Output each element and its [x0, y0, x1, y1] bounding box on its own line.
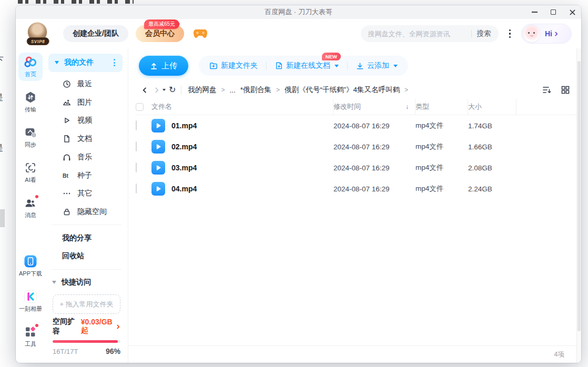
- vip-center-button[interactable]: 会员中心 最高减65元: [136, 25, 184, 42]
- file-name[interactable]: 01.mp4: [171, 121, 197, 130]
- rail-item-transfer[interactable]: 传输: [18, 88, 43, 116]
- my-files-more-icon[interactable]: [111, 57, 117, 68]
- column-header-type[interactable]: 类型: [415, 99, 468, 115]
- sidebar-item-my-shares[interactable]: 我的分享: [45, 229, 128, 247]
- table-row[interactable]: 02.mp4 2024-08-07 16:29 mp4文件 1.66GB: [136, 136, 578, 157]
- sidebar-item-torrents[interactable]: Bt 种子: [45, 166, 128, 185]
- drag-folder-dropzone[interactable]: + 拖入常用文件夹: [53, 294, 120, 314]
- my-files-label: 我的文件: [64, 58, 111, 67]
- cloud-add-button[interactable]: 云添加: [356, 61, 398, 70]
- row-checkbox[interactable]: [136, 183, 137, 193]
- cloud-add-label: 云添加: [367, 61, 389, 70]
- rail-item-ai-view[interactable]: AI看: [18, 158, 43, 187]
- new-online-doc-button[interactable]: 新建在线文档 NEW: [275, 61, 339, 70]
- new-badge: NEW: [322, 53, 341, 60]
- breadcrumb: 我的网盘 > ... *俄剧合集 > 俄剧《代号“千纸鹤”》4集又名呼叫鹤 >: [188, 85, 542, 95]
- file-name[interactable]: 04.mp4: [171, 185, 197, 193]
- rail-item-home[interactable]: 首页: [18, 53, 43, 81]
- minimize-button[interactable]: [531, 8, 538, 16]
- video-file-icon: [151, 161, 165, 175]
- file-name[interactable]: 03.mp4: [171, 164, 197, 172]
- collapse-triangle-icon[interactable]: [55, 61, 59, 64]
- assistant-greeting: Hi: [545, 29, 552, 38]
- table-row[interactable]: 01.mp4 2024-08-07 16:29 mp4文件 1.74GB: [136, 115, 578, 136]
- sidebar-item-recycle-bin[interactable]: 回收站: [45, 247, 128, 266]
- rail-item-sync[interactable]: 同步: [18, 123, 43, 151]
- breadcrumb-item-collection[interactable]: *俄剧合集: [240, 85, 271, 95]
- column-header-name[interactable]: 文件名: [151, 99, 333, 115]
- sidebar-label: 图片: [77, 98, 92, 107]
- breadcrumb-item-root[interactable]: 我的网盘: [188, 85, 216, 95]
- rail-label: AI看: [25, 176, 36, 184]
- file-modified-time: 2024-08-07 16:29: [333, 143, 415, 151]
- search-button[interactable]: 搜索: [477, 29, 491, 38]
- storage-expand-link[interactable]: 空间扩容 ¥0.03/GB起: [53, 317, 120, 336]
- history-dropdown-icon[interactable]: [163, 89, 166, 91]
- search-bar[interactable]: 搜索: [361, 25, 499, 42]
- maximize-button[interactable]: [550, 8, 557, 16]
- toolbar: 上传 新建文件夹: [128, 48, 581, 81]
- new-online-doc-label: 新建在线文档: [286, 61, 330, 70]
- sidebar-item-music[interactable]: 音乐: [45, 148, 128, 167]
- breadcrumb-item-ellipsis[interactable]: ...: [229, 86, 235, 94]
- scrollbar-thumb[interactable]: [577, 61, 581, 331]
- rail-item-tools[interactable]: 工具: [18, 322, 43, 351]
- video-file-icon: [151, 140, 165, 154]
- search-input[interactable]: [368, 30, 466, 38]
- sort-desc-icon[interactable]: ↓: [405, 103, 409, 110]
- sidebar-item-pictures[interactable]: 图片: [45, 93, 128, 111]
- file-size: 2.08GB: [468, 164, 516, 172]
- breadcrumb-item-current[interactable]: 俄剧《代号“千纸鹤”》4集又名呼叫鹤: [285, 85, 400, 95]
- sort-list-icon[interactable]: [542, 86, 552, 94]
- column-header-size[interactable]: 大小: [468, 99, 516, 115]
- sidebar: 我的文件 最近 图片 视频: [45, 48, 128, 363]
- row-checkbox[interactable]: [136, 162, 137, 172]
- rail-label: APP下载: [19, 270, 42, 278]
- sidebar-item-hidden-space[interactable]: 隐藏空间: [45, 203, 128, 221]
- sidebar-item-videos[interactable]: 视频: [45, 111, 128, 130]
- grid-view-icon[interactable]: [561, 86, 570, 94]
- breadcrumb-separator: >: [276, 86, 280, 94]
- rail-label: 一刻相册: [19, 305, 42, 313]
- scrollbar-track[interactable]: [576, 48, 581, 363]
- rail-item-photos[interactable]: 一刻相册: [18, 287, 43, 315]
- more-menu-button[interactable]: [506, 26, 514, 42]
- sidebar-item-others[interactable]: 其它: [45, 185, 128, 203]
- chevron-down-icon: [393, 65, 398, 67]
- assistant-entry[interactable]: Hi: [521, 24, 572, 44]
- file-name[interactable]: 02.mp4: [171, 142, 197, 151]
- select-all-checkbox[interactable]: [136, 103, 144, 111]
- new-folder-button[interactable]: 新建文件夹: [209, 61, 258, 70]
- game-center-button[interactable]: [194, 28, 207, 39]
- table-row[interactable]: 03.mp4 2024-08-07 16:29 mp4文件 2.08GB: [136, 157, 578, 178]
- forward-button[interactable]: [150, 84, 162, 96]
- create-team-button[interactable]: 创建企业/团队: [63, 25, 128, 42]
- sidebar-label: 音乐: [77, 152, 92, 162]
- close-icon: [570, 9, 575, 15]
- sidebar-label: 隐藏空间: [77, 207, 107, 217]
- sidebar-item-documents[interactable]: 文档: [45, 130, 128, 148]
- background-clipped-text: [18, 0, 134, 4]
- close-button[interactable]: [569, 8, 576, 16]
- mascot-icon: [523, 25, 541, 43]
- sidebar-item-my-files[interactable]: 我的文件: [48, 54, 123, 72]
- table-header-row: 文件名 修改时间 ↓ 类型 大小: [136, 99, 578, 115]
- row-checkbox[interactable]: [136, 141, 137, 151]
- app-window: 百度网盘 · 刀刀大表哥 SVIP8 创建企业/团队 会员中心 最高减65元: [16, 5, 581, 363]
- breadcrumb-separator: >: [404, 86, 408, 94]
- collapse-triangle-icon[interactable]: [52, 281, 56, 284]
- rail-item-messages[interactable]: 消息: [18, 193, 43, 222]
- back-button[interactable]: [139, 84, 150, 96]
- sidebar-item-quick-access[interactable]: 快捷访问: [45, 273, 128, 292]
- refresh-button[interactable]: ↻: [169, 86, 176, 94]
- title-bar[interactable]: 百度网盘 · 刀刀大表哥: [16, 5, 581, 19]
- table-row[interactable]: 04.mp4 2024-08-07 16:29 mp4文件 2.24GB: [136, 178, 578, 199]
- rail-item-app-download[interactable]: APP下载: [18, 252, 43, 280]
- divider: [52, 225, 121, 225]
- upload-button[interactable]: 上传: [139, 56, 188, 76]
- user-avatar[interactable]: SVIP8: [27, 22, 48, 45]
- sidebar-item-recent[interactable]: 最近: [45, 75, 128, 94]
- upload-icon: [150, 62, 158, 70]
- row-checkbox[interactable]: [136, 120, 137, 130]
- column-header-modified[interactable]: 修改时间 ↓: [333, 99, 415, 115]
